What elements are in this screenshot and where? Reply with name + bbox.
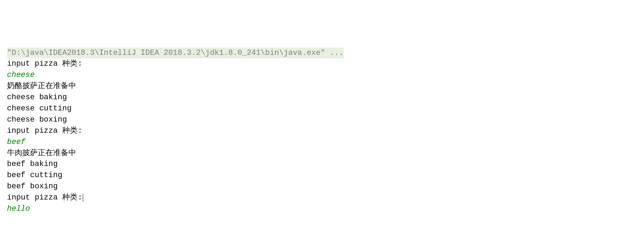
- console-output-line: 奶酪披萨正在准备中: [7, 81, 637, 92]
- console-output-line: cheese cutting: [7, 103, 637, 114]
- console-output-line: beef baking: [7, 159, 637, 170]
- console-output-line: input pizza 种类:: [7, 192, 637, 203]
- console-output-line: beef boxing: [7, 181, 637, 192]
- console-output-line: cheese baking: [7, 92, 637, 103]
- text-cursor: [83, 194, 83, 202]
- blank-line: [7, 215, 637, 225]
- console-input-line: hello: [7, 203, 637, 215]
- console-output-line: input pizza 种类:: [7, 125, 637, 137]
- console-output-line: cheese boxing: [7, 114, 637, 125]
- command-line: "D:\java\IDEA2018.3\IntelliJ IDEA 2018.3…: [7, 48, 344, 59]
- console-output-line: input pizza 种类:: [7, 58, 637, 70]
- console-input-line: cheese: [7, 70, 637, 81]
- console-output[interactable]: "D:\java\IDEA2018.3\IntelliJ IDEA 2018.3…: [7, 48, 637, 225]
- console-output-line: beef cutting: [7, 170, 637, 181]
- console-output-line: 牛肉披萨正在准备中: [7, 148, 637, 159]
- console-input-line: beef: [7, 137, 637, 148]
